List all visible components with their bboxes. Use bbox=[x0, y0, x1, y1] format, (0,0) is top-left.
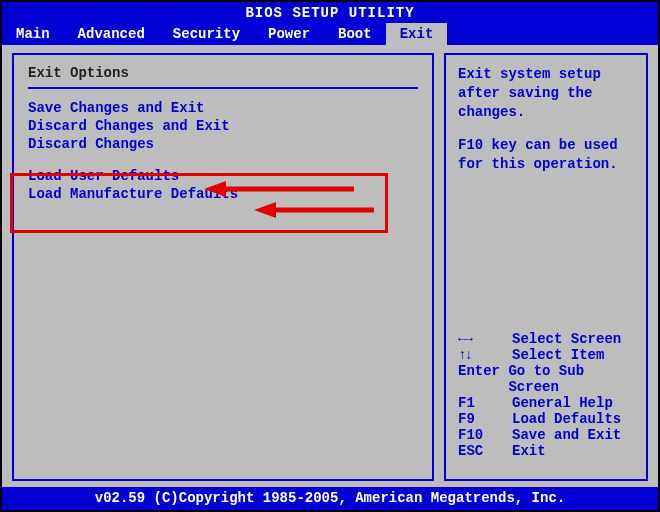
spacer bbox=[28, 153, 418, 167]
nav-label: General Help bbox=[512, 395, 613, 411]
spacer bbox=[458, 459, 634, 469]
footer: v02.59 (C)Copyright 1985-2005, American … bbox=[2, 487, 658, 510]
nav-label: Select Item bbox=[512, 347, 604, 363]
nav-key: ↑↓ bbox=[458, 347, 512, 363]
opt-save-exit[interactable]: Save Changes and Exit bbox=[28, 99, 418, 117]
footer-text: v02.59 (C)Copyright 1985-2005, American … bbox=[95, 490, 565, 506]
help-description: Exit system setup after saving the chang… bbox=[458, 65, 634, 173]
nav-key: F10 bbox=[458, 427, 512, 443]
nav-key: Enter bbox=[458, 363, 508, 395]
spacer bbox=[458, 122, 634, 136]
opt-load-manufacture-defaults[interactable]: Load Manufacture Defaults bbox=[28, 185, 418, 203]
menu-boot[interactable]: Boot bbox=[324, 23, 386, 45]
nav-label: Load Defaults bbox=[512, 411, 621, 427]
menu-bar: Main Advanced Security Power Boot Exit bbox=[2, 23, 658, 45]
nav-row: F1General Help bbox=[458, 395, 634, 411]
nav-row: ↑↓Select Item bbox=[458, 347, 634, 363]
nav-row: F9Load Defaults bbox=[458, 411, 634, 427]
help-line: for this operation. bbox=[458, 155, 634, 174]
nav-label: Go to Sub Screen bbox=[508, 363, 634, 395]
nav-key: F9 bbox=[458, 411, 512, 427]
opt-load-user-defaults[interactable]: Load User Defaults bbox=[28, 167, 418, 185]
opt-discard[interactable]: Discard Changes bbox=[28, 135, 418, 153]
help-line: after saving the bbox=[458, 84, 634, 103]
nav-label: Save and Exit bbox=[512, 427, 621, 443]
menu-security[interactable]: Security bbox=[159, 23, 254, 45]
title-bar: BIOS SETUP UTILITY bbox=[2, 2, 658, 23]
help-line: F10 key can be used bbox=[458, 136, 634, 155]
nav-key: ESC bbox=[458, 443, 512, 459]
nav-label: Select Screen bbox=[512, 331, 621, 347]
menu-exit[interactable]: Exit bbox=[386, 23, 448, 45]
help-line: changes. bbox=[458, 103, 634, 122]
title-text: BIOS SETUP UTILITY bbox=[245, 5, 414, 21]
menu-power[interactable]: Power bbox=[254, 23, 324, 45]
nav-help: ←→Select Screen ↑↓Select Item EnterGo to… bbox=[458, 331, 634, 469]
help-line: Exit system setup bbox=[458, 65, 634, 84]
annotation-arrow-icon bbox=[254, 200, 374, 220]
nav-key: ←→ bbox=[458, 331, 512, 347]
nav-key: F1 bbox=[458, 395, 512, 411]
menu-advanced[interactable]: Advanced bbox=[64, 23, 159, 45]
svg-marker-3 bbox=[254, 202, 276, 218]
content-area: Exit Options Save Changes and Exit Disca… bbox=[2, 45, 658, 487]
opt-discard-exit[interactable]: Discard Changes and Exit bbox=[28, 117, 418, 135]
nav-row: ←→Select Screen bbox=[458, 331, 634, 347]
nav-row: ESCExit bbox=[458, 443, 634, 459]
left-panel: Exit Options Save Changes and Exit Disca… bbox=[12, 53, 434, 481]
menu-main[interactable]: Main bbox=[2, 23, 64, 45]
divider bbox=[28, 87, 418, 89]
bios-window: BIOS SETUP UTILITY Main Advanced Securit… bbox=[2, 2, 658, 510]
section-heading: Exit Options bbox=[28, 65, 418, 81]
nav-label: Exit bbox=[512, 443, 546, 459]
nav-row: EnterGo to Sub Screen bbox=[458, 363, 634, 395]
right-panel: Exit system setup after saving the chang… bbox=[444, 53, 648, 481]
nav-row: F10Save and Exit bbox=[458, 427, 634, 443]
